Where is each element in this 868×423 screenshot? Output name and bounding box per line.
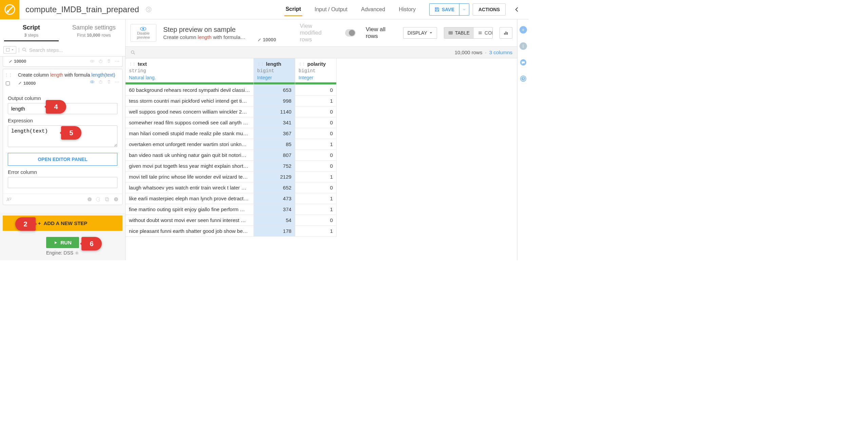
table-search-button[interactable] [130,50,136,55]
cell-length[interactable]: 178 [253,226,295,237]
step-menu-icon[interactable]: ⋯ [115,59,119,64]
cell-polarity[interactable]: 1 [295,172,336,182]
copy-icon[interactable] [105,197,110,202]
cell-polarity[interactable]: 0 [295,150,336,161]
cell-length[interactable]: 2129 [253,172,295,182]
app-logo[interactable] [0,0,19,19]
view-columns-button[interactable]: COLUMNS [474,27,493,38]
power-icon[interactable] [98,79,103,84]
cell-length[interactable]: 473 [253,193,295,204]
cell-polarity[interactable]: 0 [295,182,336,193]
search-steps-input[interactable] [29,47,122,53]
cell-length[interactable]: 1140 [253,106,295,117]
table-row[interactable]: nice pleasant funni earth shatter good j… [126,226,336,237]
table-row[interactable]: somewher read film suppos comedi see cal… [126,117,336,128]
trash-icon[interactable] [107,59,111,63]
table-row[interactable]: overtaken emot unforgett render wartim s… [126,139,336,150]
tab-script[interactable]: Script [284,3,302,16]
table-row[interactable]: ban video nasti uk unhing natur gain qui… [126,150,336,161]
cell-length[interactable]: 341 [253,117,295,128]
collapse-arrow-icon[interactable] [514,6,521,13]
step-card-prev[interactable]: 10000 ⋯ [3,57,122,67]
cell-length[interactable]: 998 [253,96,295,106]
eye-icon[interactable] [90,79,95,84]
engine-label[interactable]: Engine: DSS [46,250,79,256]
trash-icon[interactable] [107,79,111,84]
cell-text[interactable]: overtaken emot unforgett render wartim s… [126,139,253,150]
left-tab-sample[interactable]: Sample settings First 10,000 rows [63,19,126,43]
cell-length[interactable]: 85 [253,139,295,150]
cell-polarity[interactable]: 0 [295,161,336,172]
tab-advanced[interactable]: Advanced [360,3,386,16]
view-toggle[interactable] [345,29,356,37]
rail-history-icon[interactable] [520,75,527,82]
cell-polarity[interactable]: 1 [295,204,336,215]
table-row[interactable]: 60 background rehears record sympathi de… [126,85,336,96]
step-menu-icon[interactable]: ⋯ [115,79,119,85]
cell-text[interactable]: tess storm countri mari pickford vehicl … [126,96,253,106]
save-dropdown[interactable] [459,7,469,12]
rail-info-icon[interactable]: i [520,42,527,50]
table-row[interactable]: movi tell tale princ whose life wonder e… [126,172,336,182]
view-table-button[interactable]: TABLE [444,27,474,38]
cell-length[interactable]: 367 [253,128,295,139]
save-button[interactable]: SAVE [430,4,459,15]
table-row[interactable]: without doubt worst movi ever seen funni… [126,215,336,226]
cell-length[interactable]: 54 [253,215,295,226]
cell-polarity[interactable]: 1 [295,193,336,204]
rail-plus-icon[interactable]: + [520,26,527,34]
table-row[interactable]: like earli masterpiec eleph man lynch pr… [126,193,336,204]
table-row[interactable]: fine martino outing spirit enjoy giallo … [126,204,336,215]
cell-text[interactable]: nice pleasant funni earth shatter good j… [126,226,253,237]
cell-text[interactable]: ban video nasti uk unhing natur gain qui… [126,150,253,161]
display-dropdown[interactable]: DISPLAY [403,27,437,39]
charts-button[interactable] [499,27,512,39]
step-header[interactable]: ⋮⋮ Create column length with formula len… [3,69,122,88]
tab-history[interactable]: History [397,3,417,16]
cell-text[interactable]: man hilari comedi stupid made realiz pil… [126,128,253,139]
table-row[interactable]: man hilari comedi stupid made realiz pil… [126,128,336,139]
cell-polarity[interactable]: 0 [295,215,336,226]
cell-polarity[interactable]: 0 [295,117,336,128]
power-icon[interactable] [98,59,103,64]
run-button[interactable]: RUN [46,237,79,248]
column-header-length[interactable]: ⋮⋮lengthbigintInteger [253,58,295,85]
select-all-dropdown[interactable] [3,46,16,54]
open-editor-button[interactable]: OPEN EDITOR PANEL [8,153,117,166]
cell-text[interactable]: like earli masterpiec eleph man lynch pr… [126,193,253,204]
cell-polarity[interactable]: 1 [295,226,336,237]
tab-input-output[interactable]: Input / Output [313,3,349,16]
info-circle-icon[interactable]: i [87,197,92,202]
actions-button[interactable]: ACTIONS [473,3,506,16]
left-tab-script[interactable]: Script 3 steps [0,19,63,43]
cell-length[interactable]: 374 [253,204,295,215]
drag-handle-icon[interactable]: ⋮⋮ [4,73,13,77]
cell-length[interactable]: 653 [253,85,295,96]
column-header-text[interactable]: ⋮⋮textstringNatural lang. [126,58,253,85]
cell-length[interactable]: 652 [253,182,295,193]
cell-text[interactable]: 60 background rehears record sympathi de… [126,85,253,96]
table-row[interactable]: laugh whatsoev yes watch entir train wre… [126,182,336,193]
cell-text[interactable]: well suppos good news concern william wi… [126,106,253,117]
cell-text[interactable]: movi tell tale princ whose life wonder e… [126,172,253,182]
cell-text[interactable]: somewher read film suppos comedi see cal… [126,117,253,128]
step-checkbox[interactable] [6,81,10,85]
cell-polarity[interactable]: 0 [295,128,336,139]
cell-text[interactable]: given movi put togeth less year might ex… [126,161,253,172]
cell-polarity[interactable]: 1 [295,96,336,106]
cell-length[interactable]: 752 [253,161,295,172]
table-row[interactable]: well suppos good news concern william wi… [126,106,336,117]
rail-discussion-icon[interactable] [520,59,527,66]
cell-text[interactable]: laugh whatsoev yes watch entir train wre… [126,182,253,193]
column-count-link[interactable]: 3 columns [489,49,512,55]
cell-polarity[interactable]: 1 [295,139,336,150]
cell-polarity[interactable]: 0 [295,106,336,117]
cell-text[interactable]: fine martino outing spirit enjoy giallo … [126,204,253,215]
error-column-input[interactable] [8,177,117,188]
help-circle-icon[interactable]: ? [113,197,119,202]
cell-polarity[interactable]: 0 [295,85,336,96]
disable-preview-button[interactable]: Disable preview [130,24,156,42]
palette-icon[interactable] [96,197,101,202]
table-row[interactable]: tess storm countri mari pickford vehicl … [126,96,336,106]
column-header-polarity[interactable]: ⋮⋮polaritybigintInteger [295,58,336,85]
